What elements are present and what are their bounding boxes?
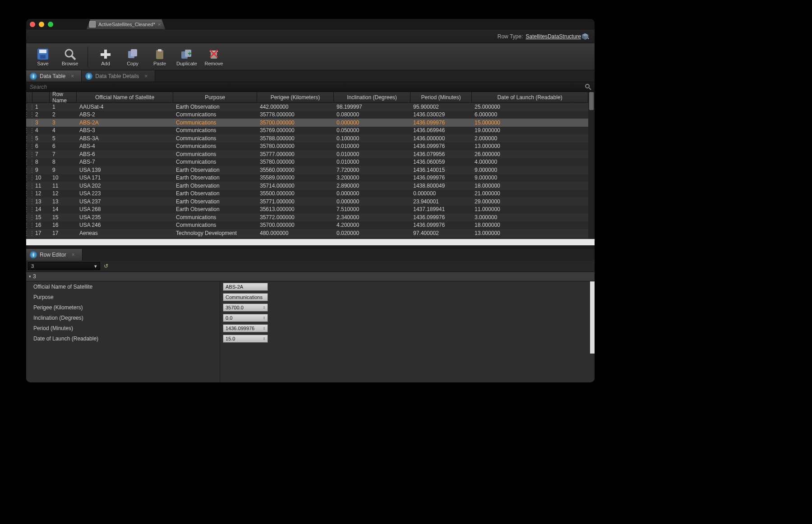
property-input-perigee[interactable]: 35700.0 [223,303,268,312]
cell-launch: 29.000000 [472,198,588,205]
cell-period: 1436.079956 [411,151,472,157]
close-panel-tab-button[interactable]: × [144,73,148,79]
cell-inclination: 0.010000 [334,159,411,165]
cell-index: 13 [32,198,50,205]
close-panel-tab-button[interactable]: × [72,252,75,258]
close-tab-button[interactable]: × [158,22,161,27]
row-drag-handle-icon[interactable]: ⋮⋮ [26,151,32,157]
row-drag-handle-icon[interactable]: ⋮⋮ [26,183,32,189]
table-row[interactable]: ⋮⋮88ABS-7Communications35780.0000000.010… [26,158,588,166]
tab-data-table-details[interactable]: i Data Table Details × [82,70,155,82]
row-editor-scrollbar[interactable] [590,281,595,354]
grid-header-launch[interactable]: Date of Launch (Readable) [472,92,588,102]
cell-index: 9 [32,167,50,173]
property-input-inclination[interactable]: 0.0 [223,314,268,322]
row-select-dropdown[interactable]: 3 ▾ [28,262,100,270]
svg-point-23 [586,84,589,88]
cell-official: USA 237 [77,198,173,205]
add-label: Add [101,61,110,66]
search-icon[interactable] [585,83,595,91]
close-window-button[interactable] [30,22,35,27]
row-drag-handle-icon[interactable]: ⋮⋮ [26,222,32,228]
row-drag-handle-icon[interactable]: ⋮⋮ [26,127,32,133]
row-drag-handle-icon[interactable]: ⋮⋮ [26,190,32,197]
paste-button[interactable]: Paste [148,44,172,69]
table-row[interactable]: ⋮⋮1717AeneasTechnology Development480.00… [26,229,588,237]
cell-rowname: 6 [50,143,77,149]
grid-header-official[interactable]: Official Name of Satellite [77,92,173,102]
grid-header-perigee[interactable]: Perigee (Kilometers) [257,92,334,102]
cell-launch: 21.000000 [472,190,588,197]
table-row[interactable]: ⋮⋮1212USA 223Earth Observation35500.0000… [26,190,588,198]
add-button[interactable]: Add [93,44,118,69]
table-row[interactable]: ⋮⋮1616USA 246Communications35700.0000004… [26,221,588,230]
search-input[interactable] [26,84,585,90]
remove-icon [207,47,221,61]
cell-purpose: Earth Observation [173,190,257,197]
grid-header-period[interactable]: Period (Minutes) [411,92,472,102]
cell-launch: 9.000000 [472,167,588,173]
disclosure-triangle-icon[interactable]: ▾ [29,274,31,279]
grid-header-purpose[interactable]: Purpose [173,92,257,102]
rowtype-value[interactable]: SatellitesDataStructure [526,33,581,40]
grid-vertical-scrollbar[interactable] [588,92,595,239]
table-row[interactable]: ⋮⋮77ABS-6Communications35777.0000000.010… [26,150,588,158]
grid-header-rowname[interactable]: Row Name [50,92,77,102]
table-row[interactable]: ⋮⋮1111USA 202Earth Observation35714.0000… [26,182,588,190]
table-row[interactable]: ⋮⋮99USA 139Earth Observation35560.000000… [26,166,588,174]
row-drag-handle-icon[interactable]: ⋮⋮ [26,111,32,118]
property-input-official[interactable]: ABS-2A [223,283,268,291]
row-drag-handle-icon[interactable]: ⋮⋮ [26,167,32,173]
copy-button[interactable]: Copy [120,44,145,69]
table-row[interactable]: ⋮⋮1515USA 235Communications35772.0000002… [26,213,588,221]
zoom-window-button[interactable] [48,22,53,27]
table-row[interactable]: ⋮⋮44ABS-3Communications35769.0000000.050… [26,127,588,135]
table-row[interactable]: ⋮⋮11AAUSat-4Earth Observation442.0000009… [26,103,588,111]
table-row[interactable]: ⋮⋮1010USA 171Earth Observation35589.0000… [26,174,588,182]
cell-inclination: 3.200000 [334,175,411,181]
browse-button[interactable]: Browse [58,44,82,69]
row-drag-handle-icon[interactable]: ⋮⋮ [26,230,32,236]
scrollbar-thumb[interactable] [589,92,594,110]
tab-data-table-details-label: Data Table Details [95,73,139,79]
tab-data-table[interactable]: i Data Table × [26,70,82,82]
tab-row-editor[interactable]: i Row Editor × [26,249,83,261]
panel-tabs: i Data Table × i Data Table Details × [26,70,595,82]
table-row[interactable]: ⋮⋮66ABS-4Communications35780.0000000.010… [26,142,588,151]
row-drag-handle-icon[interactable]: ⋮⋮ [26,159,32,165]
close-panel-tab-button[interactable]: × [71,73,74,79]
viewport-cube-icon[interactable] [581,32,589,41]
table-row[interactable]: ⋮⋮55ABS-3ACommunications35788.0000000.10… [26,134,588,142]
table-row[interactable]: ⋮⋮22ABS-2Communications35778.0000000.080… [26,111,588,119]
remove-button[interactable]: Remove [202,44,226,69]
grid-header-index[interactable] [32,92,50,102]
table-row[interactable]: ⋮⋮1313USA 237Earth Observation35771.0000… [26,198,588,206]
row-drag-handle-icon[interactable]: ⋮⋮ [26,135,32,142]
document-tab[interactable]: ActiveSatellites_Cleaned* × [87,19,165,29]
row-drag-handle-icon[interactable]: ⋮⋮ [26,104,32,110]
row-drag-handle-icon[interactable]: ⋮⋮ [26,198,32,205]
row-editor-section-header[interactable]: ▾ 3 [26,271,595,281]
row-drag-handle-icon[interactable]: ⋮⋮ [26,175,32,181]
row-drag-handle-icon[interactable]: ⋮⋮ [26,214,32,221]
cell-official: USA 246 [77,222,173,228]
cell-inclination: 0.050000 [334,127,411,133]
cell-rowname: 7 [50,151,77,157]
save-button[interactable]: Save [31,44,55,69]
row-drag-handle-icon[interactable]: ⋮⋮ [26,206,32,212]
grid-horizontal-scrollbar[interactable] [26,239,595,245]
table-row[interactable]: ⋮⋮1414USA 268Earth Observation35613.0000… [26,206,588,214]
property-input-launch[interactable]: 15.0 [223,335,268,343]
grid-header-inclination[interactable]: Inclination (Degrees) [334,92,411,102]
property-input-purpose[interactable]: Communications [223,293,268,301]
horizontal-splitter[interactable] [26,245,595,249]
row-drag-handle-icon[interactable]: ⋮⋮ [26,120,32,126]
cell-rowname: 16 [50,222,77,228]
minimize-window-button[interactable] [39,22,44,27]
property-input-period[interactable]: 1436.099976 [223,324,268,332]
duplicate-button[interactable]: + Duplicate [175,44,199,69]
reset-to-default-button[interactable]: ↺ [104,263,108,269]
row-drag-handle-icon[interactable]: ⋮⋮ [26,143,32,149]
table-row[interactable]: ⋮⋮33ABS-2ACommunications35700.0000000.00… [26,119,588,127]
cell-launch: 9.000000 [472,175,588,181]
